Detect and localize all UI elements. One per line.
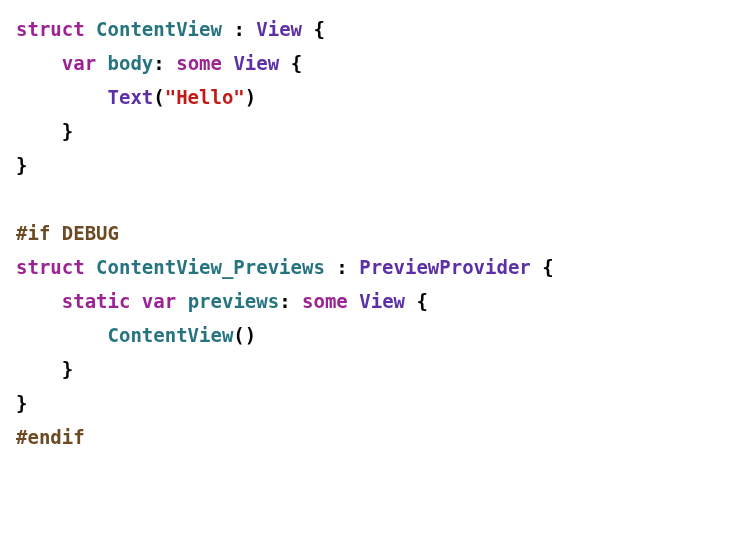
code-token: { bbox=[531, 256, 554, 278]
code-token bbox=[16, 290, 62, 312]
code-token: { bbox=[302, 18, 325, 40]
code-token: View bbox=[233, 52, 279, 74]
code-token: previews bbox=[188, 290, 280, 312]
code-token: struct bbox=[16, 18, 85, 40]
code-token bbox=[96, 52, 107, 74]
code-token: body bbox=[108, 52, 154, 74]
code-token: ) bbox=[245, 86, 256, 108]
code-token: () bbox=[233, 324, 256, 346]
code-token: ContentView bbox=[108, 324, 234, 346]
code-token: static bbox=[62, 290, 131, 312]
code-token: "Hello" bbox=[165, 86, 245, 108]
code-token: ContentView bbox=[96, 18, 222, 40]
code-token: : bbox=[153, 52, 176, 74]
code-token: : bbox=[222, 18, 256, 40]
code-token bbox=[222, 52, 233, 74]
code-token: PreviewProvider bbox=[359, 256, 531, 278]
code-token: struct bbox=[16, 256, 85, 278]
code-token: } bbox=[16, 154, 27, 176]
code-token: ( bbox=[153, 86, 164, 108]
code-block: struct ContentView : View { var body: so… bbox=[0, 0, 738, 466]
code-token: : bbox=[279, 290, 302, 312]
code-token: some bbox=[176, 52, 222, 74]
code-token: } bbox=[16, 358, 73, 380]
code-token: #endif bbox=[16, 426, 85, 448]
code-token: var bbox=[62, 52, 96, 74]
code-token: var bbox=[142, 290, 176, 312]
code-token bbox=[16, 324, 108, 346]
code-token: } bbox=[16, 120, 73, 142]
code-token bbox=[16, 86, 108, 108]
code-token: } bbox=[16, 392, 27, 414]
code-token bbox=[176, 290, 187, 312]
code-token: ContentView_Previews bbox=[96, 256, 325, 278]
code-token bbox=[85, 18, 96, 40]
code-token: : bbox=[325, 256, 359, 278]
code-token bbox=[348, 290, 359, 312]
code-token bbox=[130, 290, 141, 312]
code-token: { bbox=[405, 290, 428, 312]
code-token bbox=[85, 256, 96, 278]
code-token: View bbox=[359, 290, 405, 312]
code-token: View bbox=[256, 18, 302, 40]
code-token: #if DEBUG bbox=[16, 222, 119, 244]
code-token: { bbox=[279, 52, 302, 74]
code-token: Text bbox=[108, 86, 154, 108]
code-token: some bbox=[302, 290, 348, 312]
code-token bbox=[16, 52, 62, 74]
